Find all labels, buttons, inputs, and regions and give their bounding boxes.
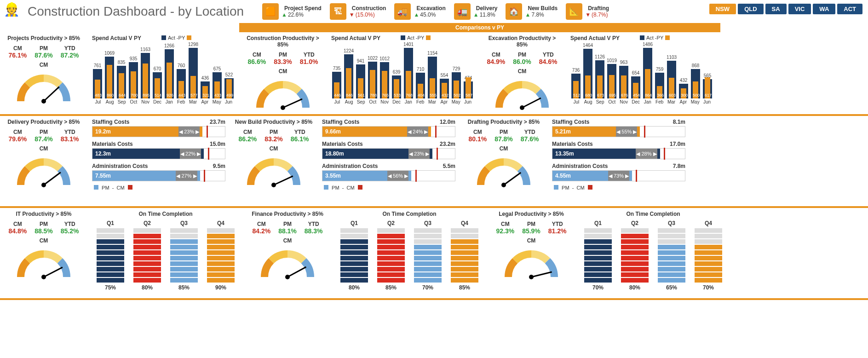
- bar-py: 765: [382, 71, 387, 98]
- bar-category: Sep: [594, 99, 606, 104]
- bar-category: Aug: [582, 99, 594, 104]
- bar-group: 1012765: [379, 43, 390, 98]
- gauge: CM: [483, 68, 561, 114]
- otc-column: Q170%: [584, 220, 612, 291]
- otc-segment: [451, 228, 478, 233]
- otc-segment: [584, 278, 612, 283]
- bar-value-py: 673: [597, 93, 603, 98]
- productivity-cell: Finance Productivity > 85%CM84.2%PM88.1%…: [244, 208, 331, 298]
- cost-name: Administration Costs: [92, 163, 148, 169]
- bar-value-actual: 1486: [642, 42, 653, 47]
- bar-value-py: 617: [705, 93, 710, 98]
- kpi-strip: 🟧Project Spend▲22.6%🏗Construction▼(15.0%…: [262, 3, 617, 20]
- gauge: CM: [5, 145, 83, 191]
- bar-group: 835644: [116, 43, 127, 98]
- bar-py: 768: [406, 71, 411, 98]
- otc-segment: [340, 261, 368, 266]
- metric-label-cm: CM: [238, 129, 257, 135]
- bar-category: Sep: [116, 99, 128, 104]
- cost-target: 17.0m: [670, 141, 685, 147]
- cost-target: 15.0m: [210, 141, 225, 147]
- svg-point-15: [285, 275, 290, 279]
- kpi-icon: 🚛: [454, 3, 471, 20]
- location-button-wa[interactable]: WA: [813, 4, 835, 14]
- cost-cell: Staffing Costs23.7m19.2m◀ 23% ▶Materials…: [87, 116, 230, 206]
- bar-group: 729502: [451, 43, 462, 98]
- bar-value-actual: 1103: [666, 55, 677, 60]
- bar-category: Jul: [92, 99, 104, 104]
- bar-category: Feb: [654, 99, 666, 104]
- otc-segment: [133, 272, 161, 277]
- cost-target: 23.2m: [440, 141, 455, 147]
- cost-legend: PM - CM: [322, 185, 455, 191]
- metric-ytd: 81.0%: [300, 58, 318, 65]
- bar-value-actual: 761: [92, 63, 103, 68]
- cost-bar: 5.21m◀ 55% ▶: [552, 126, 685, 137]
- productivity-title: Projects Productivity > 85%: [5, 35, 83, 41]
- location-button-vic[interactable]: VIC: [788, 4, 811, 14]
- productivity-title: Construction Productivity > 85%: [244, 35, 322, 48]
- cost-block: Materials Costs15.0m12.3m◀ 22% ▶: [92, 141, 225, 159]
- bar-category: Aug: [343, 99, 355, 104]
- bar-category: May: [211, 99, 223, 104]
- kpi-icon: 🏗: [330, 3, 346, 20]
- otc-segment: [340, 272, 368, 277]
- otc-segment: [207, 250, 235, 255]
- cost-delta: ◀ 23% ▶: [178, 127, 200, 137]
- otc-segment: [377, 267, 405, 271]
- bar-value-py: 768: [406, 93, 411, 98]
- location-button-qld[interactable]: QLD: [738, 4, 763, 14]
- bar-py: 676: [621, 75, 627, 98]
- productivity-metrics: CM92.3%PM85.9%YTD81.2%: [492, 221, 570, 235]
- cost-name: Materials Costs: [92, 141, 133, 147]
- otc-cell: On Time CompletionQ170%Q280%Q365%Q470%: [575, 208, 731, 298]
- metric-pm: 88.5%: [34, 227, 53, 235]
- otc-segment: [451, 261, 478, 266]
- bar-category: Mar: [666, 99, 678, 104]
- otc-title: On Time Completion: [580, 211, 727, 217]
- bar-chart: 7354461224846941561102278810127656395331…: [331, 43, 474, 108]
- arrow-up-icon: ▲: [282, 12, 287, 18]
- bar-value-py: 680: [585, 93, 591, 98]
- bar-value-actual: 654: [630, 70, 641, 75]
- bar-value-actual: 1069: [104, 51, 115, 56]
- cost-block: Administration Costs9.5m7.55m◀ 27% ▶: [92, 163, 225, 181]
- bar-py: 846: [346, 68, 351, 98]
- metric-label-cm: CM: [487, 52, 505, 58]
- location-button-sa[interactable]: SA: [765, 4, 787, 14]
- otc-column: Q280%: [133, 220, 161, 291]
- bar-chart-cell: Spend Actual V PYAct - PY736512146468011…: [566, 32, 718, 114]
- otc-segment: [97, 272, 124, 277]
- otc-segment: [584, 267, 612, 271]
- otc-segment: [451, 234, 478, 238]
- bar-group: 1298577: [188, 43, 199, 98]
- row-2: Delivery Productivity > 85%CM79.6%PM87.4…: [0, 116, 868, 208]
- metric-ytd: 87.6%: [521, 135, 539, 143]
- bar-category: Jun: [701, 99, 713, 104]
- metric-pm: 83.3%: [274, 58, 292, 65]
- bar-value-actual: 1022: [367, 56, 378, 61]
- bar-category: Feb: [175, 99, 187, 104]
- otc-value: 70%: [592, 284, 604, 291]
- otc-segment: [621, 267, 649, 271]
- location-button-nsw[interactable]: NSW: [709, 4, 736, 14]
- cost-block: Staffing Costs8.1m5.21m◀ 55% ▶: [552, 119, 685, 137]
- metric-pm: 87.6%: [34, 52, 53, 59]
- cost-name: Materials Costs: [322, 141, 363, 147]
- productivity-title: IT Productivity > 85%: [5, 211, 83, 217]
- location-button-act[interactable]: ACT: [837, 4, 862, 14]
- bar-group: 1163895: [140, 43, 151, 98]
- otc-segment: [97, 256, 124, 260]
- bar-category: Apr: [438, 99, 450, 104]
- bar-value-py: 860: [107, 93, 112, 98]
- cost-delta: ◀ 73% ▶: [608, 171, 629, 181]
- otc-segment: [170, 250, 198, 255]
- otc-segment: [340, 245, 368, 249]
- otc-segment: [97, 250, 124, 255]
- bar-value-actual: 1012: [379, 56, 390, 61]
- otc-stack: [621, 228, 649, 283]
- metric-label-cm: CM: [468, 129, 487, 135]
- bar-py: 788: [370, 70, 375, 98]
- bar-value-py: 676: [621, 93, 627, 98]
- bar-group: 1224846: [343, 43, 354, 98]
